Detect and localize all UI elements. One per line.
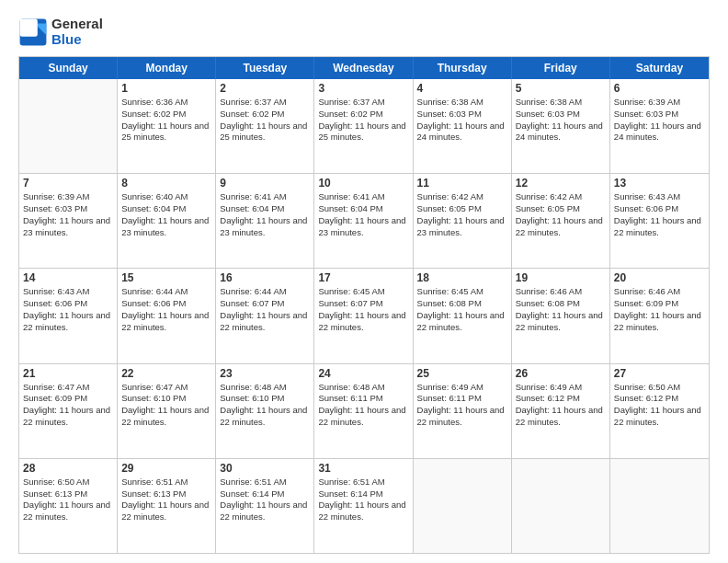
day-number: 21	[23, 367, 113, 380]
calendar-body: 1 Sunrise: 6:36 AMSunset: 6:02 PMDayligh…	[19, 79, 709, 553]
day-info: Sunrise: 6:43 AMSunset: 6:06 PMDaylight:…	[23, 286, 113, 333]
day-info: Sunrise: 6:39 AMSunset: 6:03 PMDaylight:…	[614, 97, 705, 144]
day-number: 25	[417, 367, 507, 380]
day-number: 7	[23, 177, 113, 190]
day-info: Sunrise: 6:38 AMSunset: 6:03 PMDaylight:…	[516, 97, 606, 144]
day-info: Sunrise: 6:41 AMSunset: 6:04 PMDaylight:…	[318, 191, 408, 238]
day-number: 30	[220, 462, 310, 475]
calendar-row: 28 Sunrise: 6:50 AMSunset: 6:13 PMDaylig…	[19, 459, 709, 553]
calendar-cell: 25 Sunrise: 6:49 AMSunset: 6:11 PMDaylig…	[414, 364, 512, 458]
weekday-header: Thursday	[414, 57, 512, 79]
calendar-cell: 16 Sunrise: 6:44 AMSunset: 6:07 PMDaylig…	[216, 269, 314, 362]
calendar: SundayMondayTuesdayWednesdayThursdayFrid…	[18, 56, 710, 554]
logo-icon	[18, 17, 48, 47]
calendar-cell: 9 Sunrise: 6:41 AMSunset: 6:04 PMDayligh…	[216, 174, 314, 268]
day-info: Sunrise: 6:36 AMSunset: 6:02 PMDaylight:…	[121, 97, 211, 144]
day-number: 12	[516, 177, 606, 190]
day-info: Sunrise: 6:40 AMSunset: 6:04 PMDaylight:…	[121, 191, 211, 238]
day-info: Sunrise: 6:51 AMSunset: 6:14 PMDaylight:…	[220, 477, 310, 523]
weekday-header: Sunday	[19, 57, 118, 79]
day-number: 4	[417, 82, 507, 95]
day-number: 3	[318, 82, 408, 95]
day-number: 15	[121, 271, 211, 284]
calendar-cell: 14 Sunrise: 6:43 AMSunset: 6:06 PMDaylig…	[19, 269, 118, 362]
day-info: Sunrise: 6:50 AMSunset: 6:13 PMDaylight:…	[23, 477, 113, 523]
day-info: Sunrise: 6:47 AMSunset: 6:09 PMDaylight:…	[23, 382, 113, 429]
weekday-header: Monday	[118, 57, 216, 79]
day-number: 28	[23, 462, 113, 475]
calendar-cell: 7 Sunrise: 6:39 AMSunset: 6:03 PMDayligh…	[19, 174, 118, 268]
calendar-cell: 23 Sunrise: 6:48 AMSunset: 6:10 PMDaylig…	[216, 364, 314, 458]
svg-rect-2	[20, 18, 38, 36]
day-info: Sunrise: 6:39 AMSunset: 6:03 PMDaylight:…	[23, 191, 113, 238]
calendar-cell: 18 Sunrise: 6:45 AMSunset: 6:08 PMDaylig…	[414, 269, 512, 362]
calendar-cell	[512, 459, 610, 553]
calendar-cell: 3 Sunrise: 6:37 AMSunset: 6:02 PMDayligh…	[314, 79, 413, 173]
day-number: 14	[23, 271, 113, 284]
weekday-header: Friday	[512, 57, 610, 79]
calendar-cell: 26 Sunrise: 6:49 AMSunset: 6:12 PMDaylig…	[512, 364, 610, 458]
day-number: 6	[614, 82, 705, 95]
calendar-page: General Blue SundayMondayTuesdayWednesda…	[0, 0, 728, 563]
weekday-header: Wednesday	[314, 57, 413, 79]
day-info: Sunrise: 6:42 AMSunset: 6:05 PMDaylight:…	[417, 191, 507, 238]
weekday-header: Tuesday	[216, 57, 314, 79]
day-number: 29	[121, 462, 211, 475]
day-number: 20	[614, 271, 705, 284]
calendar-cell: 8 Sunrise: 6:40 AMSunset: 6:04 PMDayligh…	[118, 174, 216, 268]
calendar-cell: 1 Sunrise: 6:36 AMSunset: 6:02 PMDayligh…	[118, 79, 216, 173]
day-info: Sunrise: 6:50 AMSunset: 6:12 PMDaylight:…	[614, 382, 705, 429]
day-number: 23	[220, 367, 310, 380]
day-number: 17	[318, 271, 408, 284]
calendar-cell: 22 Sunrise: 6:47 AMSunset: 6:10 PMDaylig…	[118, 364, 216, 458]
day-number: 1	[121, 82, 211, 95]
header: General Blue	[18, 17, 710, 47]
calendar-cell	[610, 459, 709, 553]
calendar-cell	[19, 79, 118, 173]
calendar-row: 1 Sunrise: 6:36 AMSunset: 6:02 PMDayligh…	[19, 79, 709, 174]
calendar-row: 21 Sunrise: 6:47 AMSunset: 6:09 PMDaylig…	[19, 364, 709, 459]
day-info: Sunrise: 6:45 AMSunset: 6:07 PMDaylight:…	[318, 286, 408, 333]
calendar-cell: 19 Sunrise: 6:46 AMSunset: 6:08 PMDaylig…	[512, 269, 610, 362]
day-number: 8	[121, 177, 211, 190]
day-info: Sunrise: 6:37 AMSunset: 6:02 PMDaylight:…	[318, 97, 408, 144]
day-number: 2	[220, 82, 310, 95]
day-number: 22	[121, 367, 211, 380]
day-info: Sunrise: 6:49 AMSunset: 6:11 PMDaylight:…	[417, 382, 507, 429]
calendar-cell: 24 Sunrise: 6:48 AMSunset: 6:11 PMDaylig…	[314, 364, 413, 458]
day-info: Sunrise: 6:38 AMSunset: 6:03 PMDaylight:…	[417, 97, 507, 144]
calendar-header: SundayMondayTuesdayWednesdayThursdayFrid…	[19, 57, 709, 79]
calendar-cell: 5 Sunrise: 6:38 AMSunset: 6:03 PMDayligh…	[512, 79, 610, 173]
calendar-cell: 12 Sunrise: 6:42 AMSunset: 6:05 PMDaylig…	[512, 174, 610, 268]
day-number: 27	[614, 367, 705, 380]
day-info: Sunrise: 6:49 AMSunset: 6:12 PMDaylight:…	[516, 382, 606, 429]
calendar-cell: 13 Sunrise: 6:43 AMSunset: 6:06 PMDaylig…	[610, 174, 709, 268]
day-info: Sunrise: 6:45 AMSunset: 6:08 PMDaylight:…	[417, 286, 507, 333]
day-info: Sunrise: 6:48 AMSunset: 6:10 PMDaylight:…	[220, 382, 310, 429]
day-info: Sunrise: 6:46 AMSunset: 6:08 PMDaylight:…	[516, 286, 606, 333]
calendar-cell: 10 Sunrise: 6:41 AMSunset: 6:04 PMDaylig…	[314, 174, 413, 268]
day-number: 19	[516, 271, 606, 284]
day-info: Sunrise: 6:37 AMSunset: 6:02 PMDaylight:…	[220, 97, 310, 144]
day-info: Sunrise: 6:48 AMSunset: 6:11 PMDaylight:…	[318, 382, 408, 429]
calendar-cell: 29 Sunrise: 6:51 AMSunset: 6:13 PMDaylig…	[118, 459, 216, 553]
calendar-cell	[414, 459, 512, 553]
day-number: 16	[220, 271, 310, 284]
day-number: 10	[318, 177, 408, 190]
calendar-cell: 27 Sunrise: 6:50 AMSunset: 6:12 PMDaylig…	[610, 364, 709, 458]
logo-text: General Blue	[51, 17, 103, 47]
calendar-cell: 2 Sunrise: 6:37 AMSunset: 6:02 PMDayligh…	[216, 79, 314, 173]
day-info: Sunrise: 6:47 AMSunset: 6:10 PMDaylight:…	[121, 382, 211, 429]
day-number: 13	[614, 177, 705, 190]
day-info: Sunrise: 6:51 AMSunset: 6:14 PMDaylight:…	[318, 477, 408, 523]
calendar-cell: 4 Sunrise: 6:38 AMSunset: 6:03 PMDayligh…	[414, 79, 512, 173]
calendar-cell: 20 Sunrise: 6:46 AMSunset: 6:09 PMDaylig…	[610, 269, 709, 362]
day-number: 18	[417, 271, 507, 284]
calendar-row: 14 Sunrise: 6:43 AMSunset: 6:06 PMDaylig…	[19, 269, 709, 363]
day-info: Sunrise: 6:44 AMSunset: 6:07 PMDaylight:…	[220, 286, 310, 333]
calendar-cell: 30 Sunrise: 6:51 AMSunset: 6:14 PMDaylig…	[216, 459, 314, 553]
calendar-cell: 31 Sunrise: 6:51 AMSunset: 6:14 PMDaylig…	[314, 459, 413, 553]
day-info: Sunrise: 6:44 AMSunset: 6:06 PMDaylight:…	[121, 286, 211, 333]
day-info: Sunrise: 6:42 AMSunset: 6:05 PMDaylight:…	[516, 191, 606, 238]
day-number: 9	[220, 177, 310, 190]
